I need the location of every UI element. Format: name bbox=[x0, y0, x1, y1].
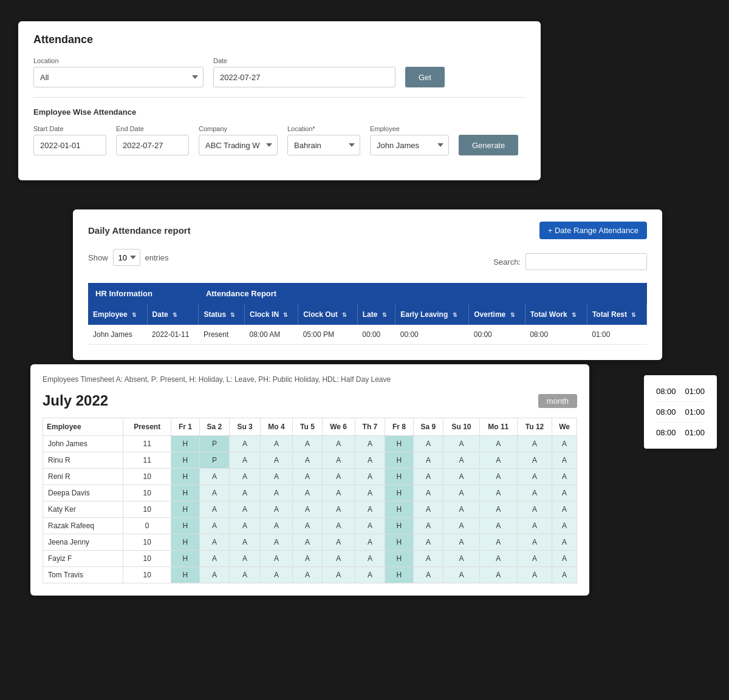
employee-wise-title: Employee Wise Attendance bbox=[33, 107, 525, 117]
col-date[interactable]: Date ⇅ bbox=[147, 304, 199, 325]
ts-col-employee: Employee bbox=[43, 418, 123, 436]
timesheet-header-row: July 2022 month bbox=[43, 392, 577, 409]
timesheet-row: Tom Travis10HAAAAAAHAAAAA bbox=[43, 567, 577, 583]
extra-row-2: 08:00 01:00 bbox=[656, 402, 705, 423]
col-total-rest[interactable]: Total Rest ⇅ bbox=[587, 304, 646, 325]
location-label: Location bbox=[33, 57, 204, 64]
extra-row-1: 08:00 01:00 bbox=[656, 381, 705, 402]
timesheet-month: July 2022 bbox=[43, 392, 108, 409]
entries-label: entries bbox=[145, 253, 169, 262]
col-status[interactable]: Status ⇅ bbox=[199, 304, 245, 325]
col-late[interactable]: Late ⇅ bbox=[357, 304, 395, 325]
ts-day-tu12: Tu 12 bbox=[517, 418, 552, 436]
extra-total-rest-1: 01:00 bbox=[685, 387, 705, 396]
ts-day-sa2: Sa 2 bbox=[199, 418, 230, 436]
attendance-report-header: Attendance Report bbox=[199, 283, 647, 304]
search-label: Search: bbox=[493, 257, 521, 267]
extra-total-rest-2: 01:00 bbox=[685, 407, 705, 416]
end-date-group: End Date bbox=[116, 125, 189, 155]
timesheet-legend: Employees Timesheet A: Absent, P: Presen… bbox=[43, 375, 577, 384]
extra-total-rest-3: 01:00 bbox=[685, 428, 705, 437]
table-row: John James2022-01-11Present08:00 AM05:00… bbox=[88, 325, 647, 345]
col-clock-in[interactable]: Clock IN ⇅ bbox=[245, 304, 298, 325]
employee-group: Employee John James bbox=[370, 125, 449, 155]
employee-wise-row: Start Date End Date Company ABC Trading … bbox=[33, 125, 525, 155]
ts-day-we: We bbox=[552, 418, 577, 436]
ts-day-we6: We 6 bbox=[322, 418, 355, 436]
col-employee[interactable]: Employee ⇅ bbox=[88, 304, 147, 325]
extra-row-3: 08:00 01:00 bbox=[656, 423, 705, 443]
col-total-work[interactable]: Total Work ⇅ bbox=[525, 304, 587, 325]
extra-total-work-3: 08:00 bbox=[656, 428, 676, 437]
extra-total-work-1: 08:00 bbox=[656, 387, 676, 396]
timesheet-card: Employees Timesheet A: Absent, P: Presen… bbox=[30, 364, 589, 596]
show-entries: Show 10 25 50 entries bbox=[88, 249, 169, 266]
ts-day-tu5: Tu 5 bbox=[293, 418, 323, 436]
start-date-input[interactable] bbox=[33, 135, 106, 155]
location2-group: Location* Bahrain bbox=[287, 125, 360, 155]
show-label: Show bbox=[88, 253, 108, 262]
report-card: Daily Attendance report + Date Range Att… bbox=[73, 209, 662, 360]
report-header: Daily Attendance report + Date Range Att… bbox=[88, 222, 647, 239]
ts-day-mo11: Mo 11 bbox=[479, 418, 517, 436]
search-group: Search: bbox=[493, 253, 647, 270]
col-header-row: Employee ⇅ Date ⇅ Status ⇅ Clock IN ⇅ Cl… bbox=[88, 304, 647, 325]
timesheet-row: Fayiz F10HAAAAAAHAAAAA bbox=[43, 551, 577, 567]
end-date-label: End Date bbox=[116, 125, 189, 132]
start-date-label: Start Date bbox=[33, 125, 106, 132]
attendance-card: Attendance Location All Date Get Employe… bbox=[18, 21, 541, 180]
generate-button[interactable]: Generate bbox=[459, 135, 518, 155]
ts-day-fr1: Fr 1 bbox=[171, 418, 199, 436]
company-label: Company bbox=[199, 125, 278, 132]
company-select[interactable]: ABC Trading W bbox=[199, 135, 278, 155]
date-range-button[interactable]: + Date Range Attendance bbox=[539, 222, 647, 239]
location2-select[interactable]: Bahrain bbox=[287, 135, 360, 155]
col-overtime[interactable]: Overtime ⇅ bbox=[469, 304, 525, 325]
attendance-title: Attendance bbox=[33, 33, 525, 46]
search-input[interactable] bbox=[525, 253, 647, 270]
hr-info-header: HR Information bbox=[88, 283, 199, 304]
employee-label: Employee bbox=[370, 125, 449, 132]
employee-select[interactable]: John James bbox=[370, 135, 449, 155]
timesheet-row: Deepa Davis10HAAAAAAHAAAAA bbox=[43, 485, 577, 501]
end-date-input[interactable] bbox=[116, 135, 189, 155]
ts-day-su3: Su 3 bbox=[230, 418, 261, 436]
report-title: Daily Attendance report bbox=[88, 225, 191, 236]
col-early-leaving[interactable]: Early Leaving ⇅ bbox=[395, 304, 469, 325]
date-input[interactable] bbox=[213, 67, 395, 87]
timesheet-row: Rinu R11HPAAAAAHAAAAA bbox=[43, 452, 577, 469]
location2-label: Location* bbox=[287, 125, 360, 132]
timesheet-row: Katy Ker10HAAAAAAHAAAAA bbox=[43, 501, 577, 518]
header-group-row: HR Information Attendance Report bbox=[88, 283, 647, 304]
date-group: Date bbox=[213, 57, 395, 87]
ts-day-mo4: Mo 4 bbox=[260, 418, 292, 436]
ts-col-present: Present bbox=[123, 418, 171, 436]
date-label: Date bbox=[213, 57, 395, 64]
ts-day-su10: Su 10 bbox=[443, 418, 479, 436]
start-date-group: Start Date bbox=[33, 125, 106, 155]
location-group: Location All bbox=[33, 57, 204, 87]
timesheet-row: Jeena Jenny10HAAAAAAHAAAAA bbox=[43, 534, 577, 551]
company-group: Company ABC Trading W bbox=[199, 125, 278, 155]
get-button[interactable]: Get bbox=[405, 67, 445, 87]
attendance-table: HR Information Attendance Report Employe… bbox=[88, 283, 647, 345]
timesheet-row: Reni R10HAAAAAAHAAAAA bbox=[43, 469, 577, 485]
extra-total-work-2: 08:00 bbox=[656, 407, 676, 416]
timesheet-row: John James11HPAAAAAHAAAAA bbox=[43, 436, 577, 452]
timesheet-row: Razak Rafeeq0HAAAAAAHAAAAA bbox=[43, 518, 577, 534]
ts-day-th7: Th 7 bbox=[355, 418, 385, 436]
extra-right-panel: 08:00 01:00 08:00 01:00 08:00 01:00 bbox=[644, 375, 717, 449]
location-date-row: Location All Date Get bbox=[33, 57, 525, 87]
col-clock-out[interactable]: Clock Out ⇅ bbox=[298, 304, 358, 325]
entries-select[interactable]: 10 25 50 bbox=[113, 249, 140, 266]
timesheet-header-row-cols: Employee Present Fr 1 Sa 2 Su 3 Mo 4 Tu … bbox=[43, 418, 577, 436]
timesheet-table: Employee Present Fr 1 Sa 2 Su 3 Mo 4 Tu … bbox=[43, 418, 577, 583]
month-button[interactable]: month bbox=[538, 394, 577, 408]
location-select[interactable]: All bbox=[33, 67, 204, 87]
show-search-row: Show 10 25 50 entries Search: bbox=[88, 249, 647, 274]
ts-day-fr8: Fr 8 bbox=[385, 418, 413, 436]
ts-day-sa9: Sa 9 bbox=[413, 418, 443, 436]
